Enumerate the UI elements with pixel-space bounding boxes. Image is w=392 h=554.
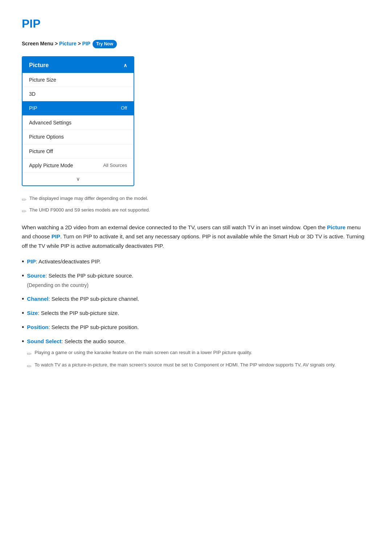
bullet-dot: •: [22, 308, 24, 318]
pencil-icon-sub2: ✏: [27, 361, 32, 371]
menu-item-apply-picture-mode-value: All Sources: [103, 162, 127, 169]
pencil-icon-2: ✏: [22, 207, 26, 216]
menu-item-label: 3D: [29, 90, 36, 98]
bullet-text-size: : Selects the PIP sub-picture size.: [38, 310, 119, 316]
bullet-item-source: • Source: Selects the PIP sub-picture so…: [22, 271, 370, 290]
bullet-content-position: Position: Selects the PIP sub-picture po…: [27, 323, 139, 332]
bullet-dot: •: [22, 257, 24, 267]
notes-list: ✏ The displayed image may differ dependi…: [22, 195, 370, 216]
menu-item-label: Picture Options: [29, 133, 64, 141]
menu-item-pip[interactable]: PIP Off: [23, 101, 134, 115]
note-text-1: The displayed image may differ depending…: [29, 195, 148, 202]
bullet-list: • PIP: Activates/deactivates PIP. • Sour…: [22, 257, 370, 373]
menu-panel: Picture ∧ Picture Size 3D PIP Off Advanc…: [22, 56, 134, 186]
bullet-item-pip: • PIP: Activates/deactivates PIP.: [22, 257, 370, 267]
sub-note-text-1: Playing a game or using the karaoke feat…: [34, 349, 252, 357]
bullet-dot: •: [22, 294, 24, 304]
menu-item-picture-size[interactable]: Picture Size: [23, 73, 134, 87]
menu-header: Picture ∧: [23, 57, 134, 73]
menu-item-picture-off[interactable]: Picture Off: [23, 144, 134, 159]
term-sound-select: Sound Select: [27, 338, 61, 344]
bullet-text-source: : Selects the PIP sub-picture source.: [45, 272, 133, 279]
sound-select-notes: ✏ Playing a game or using the karaoke fe…: [27, 349, 335, 371]
term-size: Size: [27, 310, 38, 316]
term-source: Source: [27, 272, 45, 279]
bullet-content-size: Size: Selects the PIP sub-picture size.: [27, 308, 119, 318]
sub-note-1: ✏ Playing a game or using the karaoke fe…: [27, 349, 335, 359]
try-now-badge[interactable]: Try Now: [93, 40, 117, 48]
bullet-text-pip: : Activates/deactivates PIP.: [36, 258, 101, 264]
menu-item-label: PIP: [29, 104, 37, 112]
menu-item-apply-picture-mode[interactable]: Apply Picture Mode All Sources: [23, 159, 134, 173]
bullet-item-size: • Size: Selects the PIP sub-picture size…: [22, 308, 370, 318]
bullet-content-sound-select: Sound Select: Selects the audio source. …: [27, 337, 335, 374]
breadcrumb-prefix: Screen Menu >: [22, 41, 59, 46]
bullet-item-channel: • Channel: Selects the PIP sub-picture c…: [22, 294, 370, 304]
menu-item-advanced-settings[interactable]: Advanced Settings: [23, 116, 134, 130]
menu-item-label: Picture Size: [29, 76, 56, 84]
menu-item-label: Apply Picture Mode: [29, 161, 73, 169]
page-title: PIP: [22, 15, 370, 33]
menu-header-label: Picture: [29, 61, 49, 70]
chevron-down-icon[interactable]: ∨: [23, 173, 134, 185]
term-pip: PIP: [27, 258, 36, 264]
pencil-icon-1: ✏: [22, 195, 26, 205]
intro-paragraph: When watching a 2D video from an externa…: [22, 223, 370, 251]
menu-item-picture-options[interactable]: Picture Options: [23, 130, 134, 144]
menu-item-label: Advanced Settings: [29, 119, 72, 127]
bullet-text-sound-select: : Selects the audio source.: [61, 338, 126, 344]
note-item-2: ✏ The UHD F9000 and S9 series models are…: [22, 206, 370, 216]
menu-item-3d[interactable]: 3D: [23, 87, 134, 101]
menu-item-pip-value: Off: [121, 104, 127, 112]
menu-item-label: Picture Off: [29, 147, 53, 155]
bullet-content-source: Source: Selects the PIP sub-picture sour…: [27, 271, 133, 290]
bullet-dot: •: [22, 323, 24, 332]
note-text-2: The UHD F9000 and S9 series models are n…: [29, 206, 150, 214]
breadcrumb-sep1: >: [77, 41, 82, 46]
bullet-text-channel: : Selects the PIP sub-picture channel.: [49, 296, 139, 302]
sub-note-2: ✏ To watch TV as a picture-in-picture, t…: [27, 361, 335, 371]
bullet-content-channel: Channel: Selects the PIP sub-picture cha…: [27, 294, 139, 304]
bullet-item-position: • Position: Selects the PIP sub-picture …: [22, 323, 370, 332]
breadcrumb-pip-link[interactable]: PIP: [82, 41, 91, 46]
breadcrumb: Screen Menu > Picture > PIPTry Now: [22, 40, 370, 48]
term-position: Position: [27, 324, 48, 330]
note-item-1: ✏ The displayed image may differ dependi…: [22, 195, 370, 205]
sub-note-text-2: To watch TV as a picture-in-picture, the…: [34, 361, 335, 369]
source-paren-note: (Depending on the country): [27, 281, 133, 290]
bullet-dot: •: [22, 337, 24, 346]
bullet-item-sound-select: • Sound Select: Selects the audio source…: [22, 337, 370, 374]
bullet-text-position: : Selects the PIP sub-picture position.: [48, 324, 139, 330]
pencil-icon-sub1: ✏: [27, 349, 32, 359]
term-channel: Channel: [27, 296, 48, 302]
intro-picture-link[interactable]: Picture: [327, 224, 346, 230]
bullet-dot: •: [22, 271, 24, 281]
intro-pip-link[interactable]: PIP: [52, 233, 60, 239]
bullet-content-pip: PIP: Activates/deactivates PIP.: [27, 257, 101, 266]
breadcrumb-picture-link[interactable]: Picture: [59, 41, 76, 46]
chevron-up-icon[interactable]: ∧: [123, 61, 127, 69]
